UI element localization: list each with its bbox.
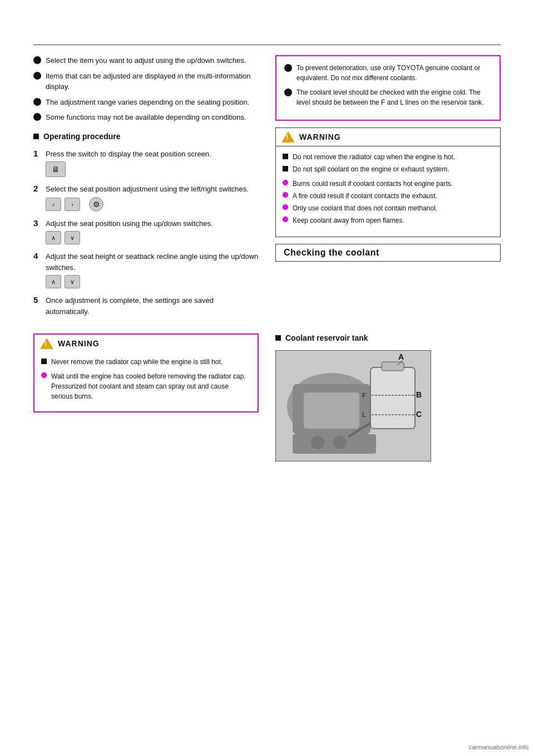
gear-icon: ⚙ — [93, 200, 100, 209]
pink-notice-box: To prevent deterioration, use only TOYOT… — [275, 55, 501, 121]
warning-bullet-dot-1 — [283, 180, 288, 185]
bottom-warning-bullet-dot-1 — [41, 372, 47, 378]
bullet-text-2: Items that can be adjusted are displayed… — [46, 71, 259, 92]
pink-bullet-text-1: To prevent deterioration, use only TOYOT… — [296, 63, 492, 83]
engine-diagram-box: A B C F L — [275, 350, 431, 462]
step-2-content: Select the seat position adjustment usin… — [46, 184, 259, 214]
label-F-text: F — [362, 392, 366, 399]
warning-sq-1: Do not remove the radiator cap when the … — [283, 152, 493, 162]
svg-point-13 — [333, 436, 347, 449]
step-4-content: Adjust the seat height or seatback recli… — [46, 251, 259, 291]
bottom-warning-sq-text-1: Never remove the radiator cap while the … — [51, 357, 222, 367]
top-rule — [33, 45, 501, 45]
bullet-item-1: Select the item you want to adjust using… — [33, 55, 259, 66]
engine-diagram-svg: A B C F L — [276, 351, 431, 462]
label-L-text: L — [362, 411, 366, 418]
up-arrow-icon-4: ∧ — [51, 278, 56, 286]
warning-header-right: WARNING — [276, 128, 500, 146]
label-A: A — [398, 352, 404, 361]
up-arrow-button-4[interactable]: ∧ — [46, 275, 61, 288]
bullet-item-4: Some functions may not be available depe… — [33, 112, 259, 123]
left-arrow-button[interactable]: ‹ — [46, 198, 61, 211]
watermark: carmanualsonline.info — [469, 744, 528, 750]
down-arrow-button-4[interactable]: ∨ — [65, 275, 80, 288]
left-column: Select the item you want to adjust using… — [33, 55, 259, 328]
pink-bullet-dot-2 — [284, 89, 292, 96]
bottom-warning-bullet-text-1: Wait until the engine has cooled before … — [51, 371, 251, 401]
bottom-warning-sq-1: Never remove the radiator cap while the … — [41, 357, 251, 367]
bullet-dot-3 — [33, 98, 41, 106]
down-arrow-icon-4: ∨ — [70, 278, 75, 286]
bottom-warning-title: WARNING — [58, 339, 100, 348]
up-arrow-button-3[interactable]: ∧ — [46, 231, 61, 244]
step-2-text: Select the seat position adjustment usin… — [46, 184, 259, 195]
coolant-heading-text: Checking the coolant — [284, 248, 379, 257]
bottom-right: Coolant reservoir tank — [275, 333, 501, 462]
svg-rect-5 — [382, 362, 404, 371]
step-3-num: 3 — [33, 218, 46, 228]
left-arrow-icon: ‹ — [52, 201, 55, 208]
bottom-warning-header: WARNING — [34, 335, 258, 352]
step-3-text: Adjust the seat position using the up/do… — [46, 218, 259, 229]
bottom-warning-sq-dot-1 — [41, 359, 47, 364]
step-4-controls: ∧ ∨ — [46, 275, 259, 288]
gear-button[interactable]: ⚙ — [89, 197, 103, 212]
step-4: 4 Adjust the seat height or seatback rec… — [33, 251, 259, 291]
svg-rect-4 — [370, 367, 415, 429]
warning-bullet-text-1: Burns could result if coolant contacts h… — [293, 179, 453, 189]
bullet-dot-1 — [33, 56, 41, 64]
warning-sq-dot-2 — [283, 166, 288, 171]
section-heading-square — [33, 134, 39, 139]
step-3-controls: ∧ ∨ — [46, 231, 259, 244]
warning-body-right: Do not remove the radiator cap when the … — [276, 146, 500, 237]
display-icon-glyph: 🖥 — [52, 165, 60, 174]
bottom-right-heading-sq — [275, 335, 281, 341]
step-2: 2 Select the seat position adjustment us… — [33, 184, 259, 214]
right-arrow-button[interactable]: › — [65, 198, 80, 211]
bullet-item-3: The adjustment range varies depending on… — [33, 97, 259, 108]
warning-bullet-dot-3 — [283, 204, 288, 210]
step-1: 1 Press the switch to display the seat p… — [33, 149, 259, 180]
pink-bullet-text-2: The coolant level should be checked with… — [296, 87, 492, 107]
display-icon[interactable]: 🖥 — [46, 161, 66, 177]
step-5: 5 Once adjustment is complete, the setti… — [33, 295, 259, 319]
bullet-dot-2 — [33, 72, 41, 80]
bottom-left: WARNING Never remove the radiator cap wh… — [33, 333, 259, 462]
bottom-warning-body: Never remove the radiator cap while the … — [34, 352, 258, 411]
warning-sq-text-2: Do not spill coolant on the engine or ex… — [293, 164, 449, 174]
bullet-item-2: Items that can be adjusted are displayed… — [33, 71, 259, 92]
bullet-text-1: Select the item you want to adjust using… — [46, 55, 246, 66]
down-arrow-button-3[interactable]: ∨ — [65, 231, 80, 244]
step-1-num: 1 — [33, 149, 46, 158]
step-3-content: Adjust the seat position using the up/do… — [46, 218, 259, 247]
step-1-controls: 🖥 — [46, 161, 259, 177]
step-3: 3 Adjust the seat position using the up/… — [33, 218, 259, 247]
down-arrow-icon-3: ∨ — [70, 234, 75, 242]
bullet-dot-4 — [33, 113, 41, 121]
step-1-content: Press the switch to display the seat pos… — [46, 149, 259, 180]
warning-bullet-3: Only use coolant that does not contain m… — [283, 203, 493, 213]
warning-bullet-dot-4 — [283, 217, 288, 222]
section-heading-text: Operating procedure — [43, 132, 120, 141]
step-1-text: Press the switch to display the seat pos… — [46, 149, 259, 160]
svg-point-12 — [311, 436, 324, 449]
step-5-text: Once adjustment is complete, the setting… — [46, 295, 259, 317]
right-arrow-icon: › — [71, 201, 73, 208]
bullet-text-4: Some functions may not be available depe… — [46, 112, 246, 123]
step-2-num: 2 — [33, 184, 46, 193]
step-5-content: Once adjustment is complete, the setting… — [46, 295, 259, 319]
warning-sq-text-1: Do not remove the radiator cap when the … — [293, 152, 455, 162]
label-C: C — [416, 410, 422, 419]
bottom-warning-triangle-icon — [40, 338, 53, 349]
bullet-text-3: The adjustment range varies depending on… — [46, 97, 249, 108]
warning-bullet-4: Keep coolant away from open flames. — [283, 215, 493, 225]
bottom-warning-box: WARNING Never remove the radiator cap wh… — [33, 333, 259, 413]
bottom-warning-bullet-1: Wait until the engine has cooled before … — [41, 371, 251, 401]
page-container: Select the item you want to adjust using… — [0, 0, 534, 756]
section-heading-row: Operating procedure — [33, 132, 259, 144]
warning-bullet-text-4: Keep coolant away from open flames. — [293, 215, 404, 225]
step-5-num: 5 — [33, 295, 46, 305]
main-grid: Select the item you want to adjust using… — [33, 55, 501, 328]
warning-sq-dot-1 — [283, 154, 288, 159]
warning-title-right: WARNING — [299, 132, 341, 141]
